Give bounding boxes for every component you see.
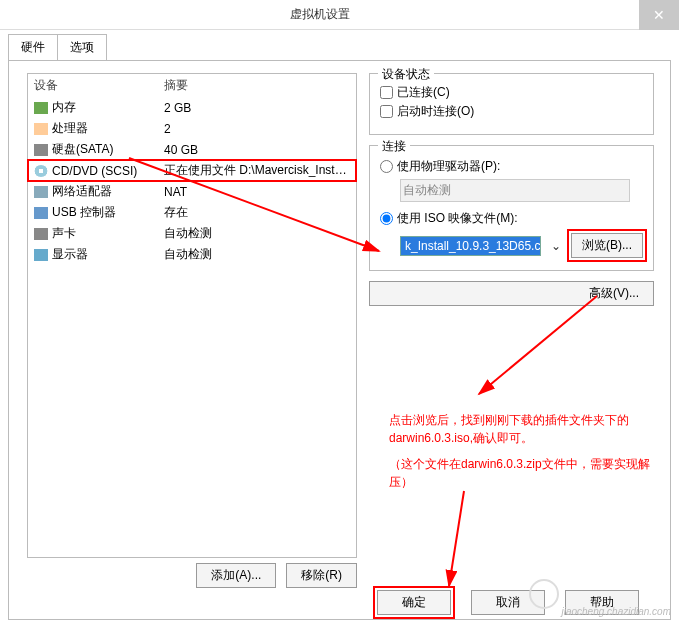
display-icon: [34, 249, 48, 261]
tab-strip: 硬件 选项: [8, 34, 679, 60]
device-row-memory[interactable]: 内存2 GB: [28, 97, 356, 118]
advanced-button[interactable]: 高级(V)...: [369, 281, 654, 306]
iso-radio-row[interactable]: 使用 ISO 映像文件(M):: [380, 210, 643, 227]
memory-icon: [34, 102, 48, 114]
cd-icon: [34, 165, 48, 177]
ok-button[interactable]: 确定: [377, 590, 451, 615]
device-row-cpu[interactable]: 处理器2: [28, 118, 356, 139]
iso-path-field[interactable]: k_Install_10.9.3_13D65.cdr: [400, 236, 541, 256]
physical-drive-radio[interactable]: [380, 160, 393, 173]
watermark-text: jiaocheng.chazidian.com: [561, 606, 671, 617]
svg-line-1: [479, 296, 597, 394]
device-row-sound[interactable]: 声卡自动检测: [28, 223, 356, 244]
physical-drive-select: 自动检测: [400, 179, 630, 202]
tab-options[interactable]: 选项: [57, 34, 107, 60]
header-summary: 摘要: [164, 77, 188, 94]
connect-start-checkbox-row[interactable]: 启动时连接(O): [380, 103, 643, 120]
device-row-usb[interactable]: USB 控制器存在: [28, 202, 356, 223]
chevron-down-icon[interactable]: ⌄: [547, 239, 565, 253]
annotation-text: 点击浏览后，找到刚刚下载的插件文件夹下的darwin6.0.3.iso,确认即可…: [389, 411, 669, 491]
connected-checkbox[interactable]: [380, 86, 393, 99]
title-bar: 虚拟机设置 ✕: [0, 0, 679, 30]
connected-checkbox-row[interactable]: 已连接(C): [380, 84, 643, 101]
tab-content: 设备 摘要 内存2 GB 处理器2 硬盘(SATA)40 GB CD/DVD (…: [8, 60, 671, 620]
sound-icon: [34, 228, 48, 240]
device-row-hdd[interactable]: 硬盘(SATA)40 GB: [28, 139, 356, 160]
header-device: 设备: [34, 77, 164, 94]
add-button[interactable]: 添加(A)...: [196, 563, 276, 588]
svg-line-2: [449, 491, 464, 586]
window-title: 虚拟机设置: [0, 6, 639, 23]
usb-icon: [34, 207, 48, 219]
physical-drive-radio-row[interactable]: 使用物理驱动器(P):: [380, 158, 643, 175]
device-row-display[interactable]: 显示器自动检测: [28, 244, 356, 265]
connection-title: 连接: [378, 138, 410, 155]
device-table-header: 设备 摘要: [28, 74, 356, 97]
remove-button[interactable]: 移除(R): [286, 563, 357, 588]
device-row-cddvd[interactable]: CD/DVD (SCSI)正在使用文件 D:\Mavercisk_Install…: [28, 160, 356, 181]
hdd-icon: [34, 144, 48, 156]
network-icon: [34, 186, 48, 198]
connect-start-checkbox[interactable]: [380, 105, 393, 118]
device-status-title: 设备状态: [378, 66, 434, 83]
settings-panel: 设备状态 已连接(C) 启动时连接(O) 连接 使用物理驱动器(P): 自动检测…: [369, 73, 654, 306]
connection-group: 连接 使用物理驱动器(P): 自动检测 使用 ISO 映像文件(M): k_In…: [369, 145, 654, 271]
tab-hardware[interactable]: 硬件: [8, 34, 58, 60]
device-button-row: 添加(A)... 移除(R): [27, 563, 357, 588]
browse-button[interactable]: 浏览(B)...: [571, 233, 643, 258]
close-icon[interactable]: ✕: [639, 0, 679, 30]
device-list-panel: 设备 摘要 内存2 GB 处理器2 硬盘(SATA)40 GB CD/DVD (…: [27, 73, 357, 558]
watermark-logo: [529, 579, 559, 609]
device-row-network[interactable]: 网络适配器NAT: [28, 181, 356, 202]
iso-radio[interactable]: [380, 212, 393, 225]
device-status-group: 设备状态 已连接(C) 启动时连接(O): [369, 73, 654, 135]
cpu-icon: [34, 123, 48, 135]
